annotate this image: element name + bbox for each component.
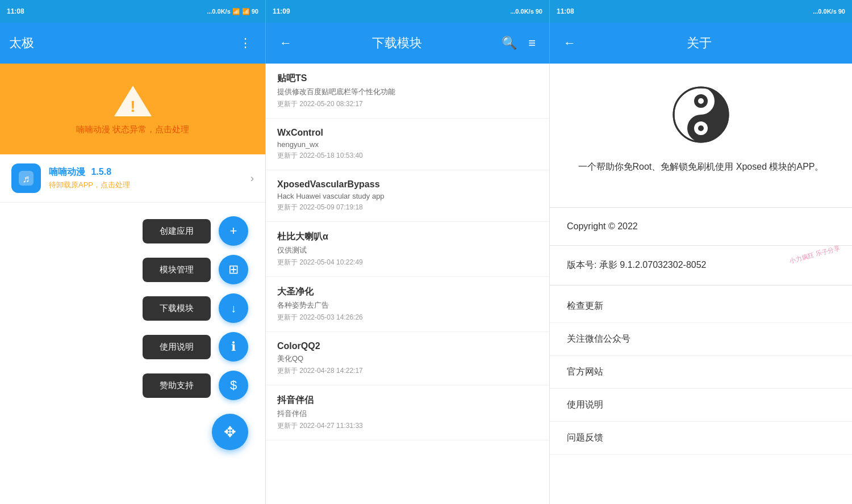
module-date-4: 更新于 2022-05-03 14:26:26	[277, 313, 538, 322]
time-3: 11:08	[557, 7, 574, 15]
app-icon: ♬	[11, 163, 41, 193]
plus-icon: +	[230, 224, 237, 238]
wifi-icon-1: 📶	[242, 8, 250, 15]
info-icon: ℹ	[231, 339, 236, 354]
module-manage-circle-button[interactable]: ⊞	[219, 255, 248, 284]
module-name-6: 抖音伴侣	[277, 394, 538, 406]
module-item-2[interactable]: XposedVascularBypass Hack Huawei vascula…	[266, 170, 549, 222]
signal-1: ...0.0K/s	[207, 8, 231, 15]
module-item-5[interactable]: ColorQQ2 美化QQ 更新于 2022-04-28 14:22:17	[266, 332, 549, 385]
module-desc-6: 抖音伴侣	[277, 409, 538, 419]
menu-guide[interactable]: 使用说明	[550, 389, 852, 422]
module-desc-2: Hack Huawei vascular study app	[277, 192, 538, 200]
module-desc-3: 仅供测试	[277, 245, 538, 255]
btn-row-sponsor: 赞助支持 $	[143, 371, 248, 400]
divider-2	[550, 245, 852, 246]
btn-row-module-mgr: 模块管理 ⊞	[143, 255, 248, 284]
panel1-title: 太极	[9, 35, 34, 52]
buttons-section: 创建应用 + 模块管理 ⊞ 下载模块 ↓ 使用说明 ℹ	[0, 203, 265, 464]
download-module-button[interactable]: 下载模块	[143, 296, 211, 321]
sponsor-button[interactable]: 赞助支持	[143, 373, 211, 398]
svg-text:!: !	[130, 98, 135, 115]
move-icon: ✥	[224, 423, 236, 441]
module-item-3[interactable]: 杜比大喇叭α 仅供测试 更新于 2022-05-04 10:22:49	[266, 222, 549, 277]
module-name-0: 贴吧TS	[277, 73, 538, 85]
status-bar-1: 11:08 ...0.0K/s 📶 📶 90	[0, 0, 265, 23]
sponsor-circle-button[interactable]: $	[219, 371, 248, 400]
guide-circle-button[interactable]: ℹ	[219, 332, 248, 362]
btn-row-download: 下载模块 ↓	[143, 293, 248, 323]
module-date-3: 更新于 2022-05-04 10:22:49	[277, 258, 538, 267]
status-bar-3: 11:08 ...0.0K/s 90	[549, 0, 852, 23]
module-date-1: 更新于 2022-05-18 10:53:40	[277, 151, 538, 161]
download-module-circle-button[interactable]: ↓	[219, 293, 248, 323]
menu-icon[interactable]: ⋮	[235, 31, 256, 55]
panel-taiji: ! 喃喃动漫 状态异常，点击处理 ♬ 喃喃动漫 1.5.8 待卸载原APP，点击…	[0, 64, 265, 504]
battery-2: 90	[536, 8, 542, 15]
header-bar-1: 太极 ⋮	[0, 23, 265, 64]
menu-wechat[interactable]: 关注微信公众号	[550, 323, 852, 356]
create-app-button[interactable]: 创建应用	[143, 219, 211, 243]
signal-2: ...0.0K/s	[510, 8, 534, 15]
module-desc-4: 各种姿势去广告	[277, 300, 538, 310]
create-app-circle-button[interactable]: +	[219, 216, 248, 246]
svg-point-7	[698, 98, 704, 104]
module-name-5: ColorQQ2	[277, 341, 538, 351]
module-name-3: 杜比大喇叭α	[277, 231, 538, 243]
divider-1	[550, 207, 852, 208]
menu-feedback[interactable]: 问题反馈	[550, 422, 852, 455]
module-item-1[interactable]: WxControl hengyun_wx 更新于 2022-05-18 10:5…	[266, 119, 549, 170]
header-bar-2: ← 下载模块 🔍 ≡	[265, 23, 549, 64]
module-item-0[interactable]: 贴吧TS 提供修改百度贴吧底栏等个性化功能 更新于 2022-05-20 08:…	[266, 64, 549, 119]
panel3-title: 关于	[687, 35, 712, 52]
about-copyright: Copyright © 2022	[550, 212, 852, 241]
battery-1: 90	[252, 8, 258, 15]
back-button-3[interactable]: ←	[559, 31, 580, 55]
status-bar-2: 11:09 ...0.0K/s 90	[265, 0, 549, 23]
module-desc-5: 美化QQ	[277, 354, 538, 364]
app-info: 喃喃动漫 1.5.8 待卸载原APP，点击处理	[49, 166, 250, 190]
battery-3: 90	[838, 8, 845, 15]
download-icon: ↓	[231, 302, 236, 315]
module-name-1: WxControl	[277, 128, 538, 138]
signal-3: ...0.0K/s	[813, 8, 837, 15]
app-status: 待卸载原APP，点击处理	[49, 180, 250, 190]
module-desc-1: hengyun_wx	[277, 140, 538, 149]
app-row[interactable]: ♬ 喃喃动漫 1.5.8 待卸载原APP，点击处理 ›	[0, 154, 265, 203]
warning-icon: !	[113, 83, 153, 117]
search-button[interactable]: 🔍	[497, 31, 521, 55]
panel-about: 一个帮助你免Root、免解锁免刷机使用 Xposed 模块的APP。 Copyr…	[549, 64, 852, 504]
module-name-2: XposedVascularBypass	[277, 179, 538, 190]
app-name: 喃喃动漫 1.5.8	[49, 166, 250, 178]
menu-website[interactable]: 官方网站	[550, 356, 852, 389]
module-item-6[interactable]: 抖音伴侣 抖音伴侣 更新于 2022-04-27 11:31:33	[266, 385, 549, 440]
svg-point-8	[698, 125, 704, 131]
yin-yang-icon	[673, 86, 729, 143]
panel-download: 贴吧TS 提供修改百度贴吧底栏等个性化功能 更新于 2022-05-20 08:…	[265, 64, 549, 504]
back-button-2[interactable]: ←	[275, 31, 296, 55]
about-description: 一个帮助你免Root、免解锁免刷机使用 Xposed 模块的APP。	[578, 159, 824, 174]
module-item-4[interactable]: 大圣净化 各种姿势去广告 更新于 2022-05-03 14:26:26	[266, 277, 549, 332]
module-date-0: 更新于 2022-05-20 08:32:17	[277, 99, 538, 109]
warning-banner[interactable]: ! 喃喃动漫 状态异常，点击处理	[0, 64, 265, 154]
bluetooth-icon-1: 📶	[232, 8, 240, 15]
btn-row-create: 创建应用 +	[143, 216, 248, 246]
time-2: 11:09	[273, 7, 290, 15]
module-name-4: 大圣净化	[277, 286, 538, 298]
divider-3	[550, 285, 852, 285]
module-date-2: 更新于 2022-05-09 07:19:18	[277, 203, 538, 212]
menu-check-update[interactable]: 检查更新	[550, 290, 852, 323]
module-manage-button[interactable]: 模块管理	[143, 258, 211, 282]
panel2-title: 下载模块	[372, 35, 422, 52]
chevron-right-icon: ›	[250, 173, 254, 184]
fab-move-button[interactable]: ✥	[212, 414, 248, 450]
warning-text: 喃喃动漫 状态异常，点击处理	[76, 124, 189, 135]
header-bar-3: ← 关于	[549, 23, 852, 64]
grid-icon: ⊞	[228, 262, 239, 277]
guide-button[interactable]: 使用说明	[143, 335, 211, 359]
module-date-5: 更新于 2022-04-28 14:22:17	[277, 366, 538, 376]
filter-button[interactable]: ≡	[524, 31, 540, 55]
btn-row-guide: 使用说明 ℹ	[143, 332, 248, 362]
module-desc-0: 提供修改百度贴吧底栏等个性化功能	[277, 87, 538, 97]
module-date-6: 更新于 2022-04-27 11:31:33	[277, 421, 538, 431]
